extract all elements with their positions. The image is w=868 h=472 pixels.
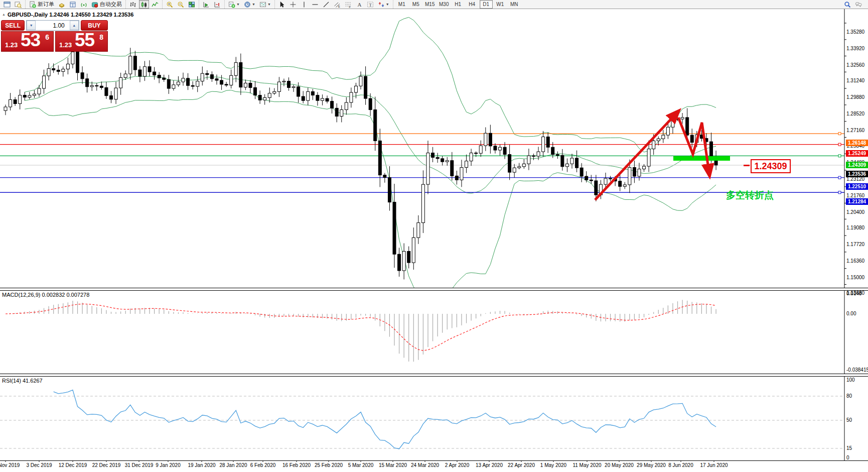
bollinger-bands <box>25 18 716 296</box>
horizontal-line-1.26148[interactable] <box>0 133 844 135</box>
date-tick: 24 Mar 2020 <box>411 462 439 468</box>
date-tick: 22 Nov 2019 <box>0 462 20 468</box>
navigator-button[interactable] <box>79 0 89 9</box>
chart-window-button[interactable] <box>2 0 12 9</box>
bollinger-upper <box>25 18 716 152</box>
zoom-in-button[interactable] <box>165 0 175 9</box>
chart-shift-icon <box>214 1 221 8</box>
timeframe-m15[interactable]: M15 <box>423 0 437 9</box>
mt4-window: { "toolbar": { "groups": [ {"items": [{"… <box>0 0 868 472</box>
bar-chart-icon <box>129 1 136 8</box>
timeframe-m5[interactable]: M5 <box>409 0 422 9</box>
arrows-button[interactable]: ▼ <box>376 0 391 9</box>
crosshair-button[interactable] <box>288 0 298 9</box>
panel-separator-rsi[interactable] <box>0 374 868 377</box>
text-label-button[interactable]: T <box>365 0 375 9</box>
bar-chart-button[interactable] <box>128 0 138 9</box>
new-order-icon <box>29 1 36 8</box>
price-tick: 1.16360 <box>846 258 864 264</box>
timeframe-toolbar: M1M5M15M30H1H4D1W1MN <box>393 0 523 9</box>
tile-windows-button[interactable] <box>187 0 197 9</box>
timeframe-d1[interactable]: D1 <box>480 0 493 9</box>
ask-price-big: 55 <box>75 30 94 51</box>
hline-price-label-1.25249: 1.25249 <box>846 150 868 157</box>
price-chart-canvas[interactable] <box>0 9 868 472</box>
toolbar-group <box>125 0 162 9</box>
trend-line-button[interactable] <box>321 0 331 9</box>
zoom-out-icon <box>177 1 184 8</box>
periods-button[interactable]: ▼ <box>242 0 257 9</box>
chevron-down-icon[interactable]: ▼ <box>236 3 240 6</box>
timeframe-w1[interactable]: W1 <box>494 0 507 9</box>
line-chart-button[interactable] <box>150 0 160 9</box>
hline-price-label-1.21284: 1.21284 <box>846 198 868 205</box>
date-tick: 1 May 2020 <box>540 462 566 468</box>
chart-area[interactable]: ▲ GBPUSD-,Daily 1.24246 1.24550 1.23429 … <box>0 9 868 472</box>
trend-arrow-up[interactable] <box>595 114 676 200</box>
text-icon: A <box>356 1 363 8</box>
chart-profile-button[interactable] <box>13 0 23 9</box>
chart-shift-button[interactable] <box>212 0 222 9</box>
horizontal-line-icon <box>312 1 319 8</box>
price-tick: 1.35280 <box>846 29 864 35</box>
cursor-button[interactable] <box>277 0 287 9</box>
zoom-out-button[interactable] <box>176 0 186 9</box>
date-tick: 29 May 2020 <box>637 462 666 468</box>
buy-button[interactable]: BUY <box>81 20 108 31</box>
turning-point-note[interactable]: 多空转折点 <box>726 189 774 202</box>
indicator-tick: 15 <box>846 445 852 451</box>
timeframe-mn[interactable]: MN <box>508 0 521 9</box>
candle-chart-button[interactable] <box>139 0 149 9</box>
price-callout-box[interactable]: 1.24309 <box>751 159 791 173</box>
ask-price-display[interactable]: 1.23 55 8 <box>55 31 108 52</box>
bid-price-big: 53 <box>21 30 40 51</box>
price-tick: 1.17720 <box>846 242 864 247</box>
bid-price-base: 1.23 <box>5 41 18 49</box>
indicators-icon <box>228 1 235 8</box>
horizontal-line-button[interactable] <box>310 0 320 9</box>
chevron-down-icon[interactable]: ▼ <box>386 3 389 6</box>
main-toolbar: 新订单自动交易▼▼▼EFAT▼M1M5M15M30H1H4D1W1MN <box>0 0 868 9</box>
date-tick: 6 Feb 2020 <box>250 462 276 468</box>
chat-button[interactable] <box>853 0 863 9</box>
indicator-tick: 0.00 <box>846 311 856 316</box>
one-click-toggle-icon[interactable]: ▲ <box>2 13 6 16</box>
equidistant-channel-button[interactable]: E <box>332 0 342 9</box>
support-zone-bar[interactable] <box>673 156 730 161</box>
date-tick: 17 Jun 2020 <box>700 462 728 468</box>
autotrading-button[interactable]: 自动交易 <box>90 0 123 9</box>
templates-button[interactable]: ▼ <box>258 0 272 9</box>
new-order-button[interactable]: 新订单 <box>28 0 56 9</box>
chevron-down-icon[interactable]: ▼ <box>252 3 255 6</box>
date-tick: 12 Dec 2019 <box>59 462 87 468</box>
fibonacci-button[interactable]: F <box>343 0 353 9</box>
bid-price-display[interactable]: 1.23 53 6 <box>1 31 54 52</box>
macd-indicator-label: MACD(12,26,9) 0.002832 0.007278 <box>2 292 89 298</box>
hline-price-label-1.26148: 1.26148 <box>846 140 868 146</box>
volume-input[interactable] <box>36 21 69 30</box>
timeframe-m30[interactable]: M30 <box>438 0 451 9</box>
date-tick: 22 Apr 2020 <box>508 462 535 468</box>
horizontal-line-1.25249[interactable] <box>0 143 844 146</box>
panel-separator-macd[interactable] <box>0 288 868 291</box>
indicators-button[interactable]: ▼ <box>227 0 241 9</box>
timeframe-m1[interactable]: M1 <box>395 0 408 9</box>
search-button[interactable] <box>842 0 852 9</box>
chart-window-icon <box>4 1 11 8</box>
ask-price-pip: 8 <box>99 33 103 41</box>
volume-increase-button[interactable]: ▲ <box>70 21 79 30</box>
text-button[interactable]: A <box>354 0 364 9</box>
timeframe-h4[interactable]: H4 <box>466 0 479 9</box>
vertical-line-button[interactable] <box>299 0 309 9</box>
chat-icon <box>855 1 862 8</box>
data-window-button[interactable] <box>68 0 78 9</box>
sell-button[interactable]: SELL <box>1 20 25 31</box>
auto-scroll-button[interactable] <box>201 0 211 9</box>
market-watch-button[interactable] <box>57 0 67 9</box>
timeframe-h1[interactable]: H1 <box>452 0 465 9</box>
indicator-tick: 0 <box>846 455 849 460</box>
arrows-icon <box>378 1 385 8</box>
horizontal-line-1.22510[interactable] <box>0 176 844 179</box>
volume-decrease-button[interactable]: ▼ <box>27 21 36 30</box>
chevron-down-icon[interactable]: ▼ <box>267 3 271 6</box>
